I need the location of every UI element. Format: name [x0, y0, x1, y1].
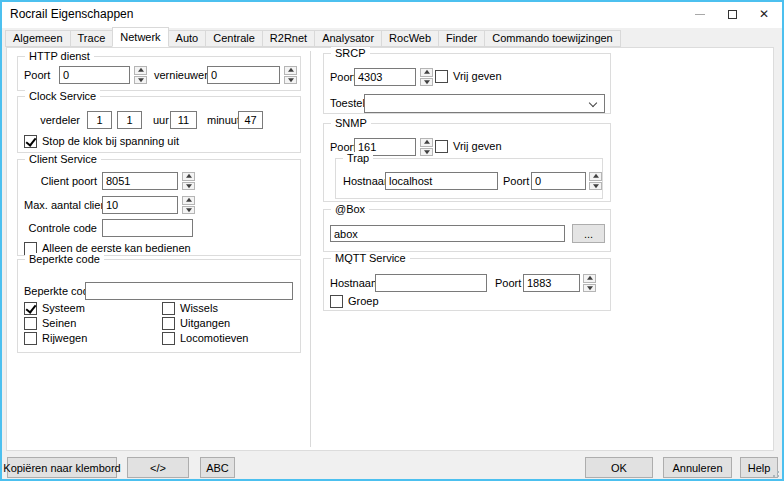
srcp-vrij-geven-checkbox-row: Vrij geven [435, 70, 502, 83]
wissels-checkbox[interactable] [162, 302, 175, 315]
srcp-poort-spinner[interactable] [420, 68, 433, 86]
spin-down-icon[interactable] [284, 76, 297, 85]
max-clients-label: Max. aantal clients [24, 196, 97, 214]
mqtt-poort-input[interactable] [523, 274, 580, 292]
snmp-poort-spinner[interactable] [420, 138, 433, 156]
spin-up-icon[interactable] [583, 274, 596, 283]
resize-grip[interactable] [772, 470, 780, 478]
spin-down-icon[interactable] [134, 76, 147, 85]
xml-code-button[interactable]: </> [127, 457, 189, 478]
beperkte-code-input[interactable] [85, 282, 293, 300]
seinen-checkbox[interactable] [24, 317, 37, 330]
http-dienst-group: HTTP dienst Poort vernieuwen [17, 56, 301, 91]
minimize-icon [695, 14, 705, 15]
trap-poort-spinner[interactable] [589, 172, 602, 190]
toestel-dropdown[interactable] [364, 94, 605, 113]
mqtt-hostnaam-input[interactable] [375, 274, 487, 292]
http-vernieuwen-spinner[interactable] [284, 66, 297, 84]
trap-group: Trap Hostnaam Poort [335, 158, 603, 199]
srcp-vrij-geven-label: Vrij geven [453, 70, 502, 83]
http-poort-input[interactable] [59, 66, 130, 84]
spin-up-icon[interactable] [182, 196, 195, 205]
ellipsis-icon: ... [584, 228, 593, 240]
max-clients-input[interactable] [102, 196, 178, 214]
rijwegen-checkbox[interactable] [24, 332, 37, 345]
client-service-group: Client Service Client poort Max. aantal … [17, 159, 301, 256]
title-bar[interactable]: Rocrail Eigenschappen ✕ [0, 0, 784, 28]
systeem-checkbox[interactable] [24, 302, 37, 315]
verdeler-input-2[interactable] [117, 111, 142, 129]
rijwegen-label: Rijwegen [42, 332, 87, 345]
copy-to-clipboard-button[interactable]: Kopiëren naar klembord [7, 457, 117, 478]
tab-finder[interactable]: Finder [438, 30, 485, 47]
abox-group: @Box ... [323, 209, 611, 252]
chevron-down-icon [589, 99, 597, 107]
abc-button[interactable]: ABC [200, 457, 235, 478]
trap-hostnaam-input[interactable] [385, 172, 498, 190]
maximize-button[interactable] [716, 2, 748, 26]
seinen-label: Seinen [42, 317, 76, 330]
client-poort-label: Client poort [24, 172, 97, 190]
http-vernieuwen-label: vernieuwen [154, 66, 210, 84]
minimize-button[interactable] [684, 2, 716, 26]
spin-down-icon[interactable] [420, 78, 433, 87]
rijwegen-checkbox-row: Rijwegen [24, 332, 87, 345]
srcp-vrij-geven-checkbox[interactable] [435, 70, 448, 83]
stop-klok-checkbox[interactable] [24, 135, 37, 148]
snmp-vrij-geven-checkbox[interactable] [435, 140, 448, 153]
spin-down-icon[interactable] [182, 206, 195, 215]
spin-down-icon[interactable] [420, 148, 433, 157]
spin-down-icon[interactable] [589, 182, 602, 191]
ok-button[interactable]: OK [585, 457, 653, 478]
clock-service-group: Clock Service verdeler uur minuut Stop d… [17, 96, 301, 153]
beperkte-code-legend: Beperkte code [25, 253, 104, 266]
spin-up-icon[interactable] [284, 66, 297, 75]
uur-label: uur [153, 111, 169, 129]
spin-up-icon[interactable] [589, 172, 602, 181]
spin-down-icon[interactable] [182, 182, 195, 191]
http-poort-spinner[interactable] [134, 66, 147, 84]
client-poort-spinner[interactable] [182, 172, 195, 190]
verdeler-label: verdeler [24, 111, 80, 129]
uur-input[interactable] [170, 111, 197, 129]
abox-input[interactable] [330, 225, 565, 242]
uitgangen-label: Uitgangen [180, 317, 230, 330]
abox-browse-button[interactable]: ... [572, 224, 605, 243]
tab-r2rnet[interactable]: R2Rnet [262, 30, 315, 47]
groep-checkbox[interactable] [330, 295, 343, 308]
tab-trace[interactable]: Trace [70, 30, 114, 47]
tab-auto[interactable]: Auto [168, 30, 207, 47]
spin-up-icon[interactable] [420, 138, 433, 147]
mqtt-hostnaam-label: Hostnaam [330, 274, 380, 292]
http-vernieuwen-input[interactable] [207, 66, 280, 84]
tab-analysator[interactable]: Analysator [314, 30, 382, 47]
max-clients-spinner[interactable] [182, 196, 195, 214]
srcp-poort-input[interactable] [354, 68, 416, 86]
close-icon: ✕ [759, 7, 769, 21]
cancel-button[interactable]: Annuleren [663, 457, 732, 478]
close-button[interactable]: ✕ [748, 2, 780, 26]
tab-netwerk[interactable]: Netwerk [112, 27, 168, 47]
http-dienst-legend: HTTP dienst [25, 50, 94, 63]
client-poort-input[interactable] [102, 172, 178, 190]
controle-code-label: Controle code [24, 219, 97, 237]
spin-down-icon[interactable] [583, 284, 596, 293]
tab-rocweb[interactable]: RocWeb [381, 30, 439, 47]
tab-algemeen[interactable]: Algemeen [5, 30, 71, 47]
wissels-label: Wissels [180, 302, 218, 315]
locomotieven-checkbox[interactable] [162, 332, 175, 345]
spin-up-icon[interactable] [182, 172, 195, 181]
controle-code-input[interactable] [102, 219, 193, 237]
uitgangen-checkbox[interactable] [162, 317, 175, 330]
tab-centrale[interactable]: Centrale [205, 30, 263, 47]
spin-up-icon[interactable] [420, 68, 433, 77]
srcp-poort-label: Poort [330, 68, 356, 86]
minuut-input[interactable] [238, 111, 263, 129]
tab-commando-toewijzingen[interactable]: Commando toewijzingen [484, 30, 620, 47]
snmp-vrij-geven-label: Vrij geven [453, 140, 502, 153]
stop-klok-label: Stop de klok bij spanning uit [42, 135, 179, 148]
spin-up-icon[interactable] [134, 66, 147, 75]
mqtt-poort-spinner[interactable] [583, 274, 596, 292]
trap-poort-input[interactable] [531, 172, 586, 190]
verdeler-input-1[interactable] [87, 111, 112, 129]
